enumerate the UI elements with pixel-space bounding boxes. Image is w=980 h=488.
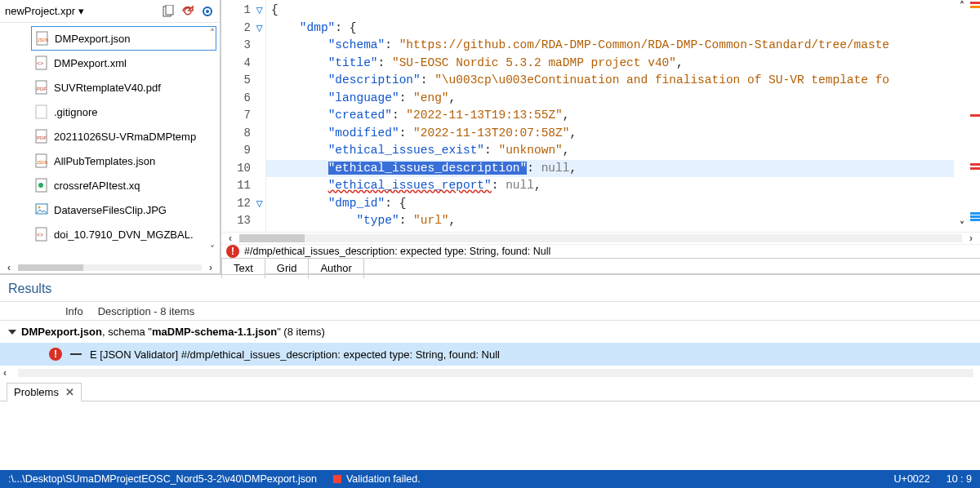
status-caret-pos: 10 : 9 xyxy=(947,473,972,485)
svg-text:<>: <> xyxy=(37,60,43,66)
xml-file-icon: <> xyxy=(34,227,49,242)
status-validation: Validation failed. xyxy=(346,473,421,485)
file-item[interactable]: PDFSUVRtemplateV40.pdf xyxy=(0,75,220,100)
status-path: :\...\Desktop\SUmaDMProjectEOSC_Nord5-3-… xyxy=(8,473,317,485)
file-label: DMPexport.xml xyxy=(54,57,127,69)
results-panel: Results InfoDescription - 8 items DMPexp… xyxy=(0,274,980,401)
file-item[interactable]: .gitignore xyxy=(0,100,220,124)
svg-rect-1 xyxy=(166,5,173,15)
error-icon: ! xyxy=(49,348,62,361)
status-bar: :\...\Desktop\SUmaDMProjectEOSC_Nord5-3-… xyxy=(0,470,980,488)
xml-file-icon: <> xyxy=(34,55,49,70)
project-sidebar: newProject.xpr ▾ JSONDMPexport.json<>DMP… xyxy=(0,0,220,273)
editor-panel: 1▽2▽3456789101112▽13 { "dmp": { "schema"… xyxy=(220,0,980,273)
svg-point-3 xyxy=(206,10,209,13)
svg-text:<>: <> xyxy=(37,232,43,237)
editor-hscroll[interactable]: ‹ › xyxy=(221,232,980,244)
file-label: crossrefAPItest.xq xyxy=(54,180,140,192)
status-codepoint: U+0022 xyxy=(894,473,930,485)
file-item[interactable]: <>DMPexport.xml xyxy=(0,51,220,75)
chevron-right-icon[interactable]: › xyxy=(965,233,977,244)
chevron-up-icon[interactable]: ˄ xyxy=(954,0,970,11)
svg-rect-10 xyxy=(36,105,47,118)
inline-error-text: #/dmp/ethical_issues_description: expect… xyxy=(244,246,550,257)
collapse-icon[interactable] xyxy=(8,330,16,335)
svg-text:JSON: JSON xyxy=(38,38,49,42)
refresh-icon[interactable] xyxy=(180,4,195,19)
file-label: doi_10.7910_DVN_MGZBAL. xyxy=(54,228,194,241)
file-label: 20211026SU-VRmaDMPtemp xyxy=(54,131,196,143)
copy-icon[interactable] xyxy=(161,4,176,19)
file-label: AllPubTemplates.json xyxy=(54,155,155,167)
project-header: newProject.xpr ▾ xyxy=(0,0,220,23)
results-hscroll[interactable]: ‹ xyxy=(0,366,980,380)
results-header: Results xyxy=(0,275,980,301)
chevron-down-icon[interactable]: ˅ xyxy=(210,244,215,255)
editor-vscroll[interactable]: ˄ ˅ xyxy=(954,0,970,232)
file-item[interactable]: <>doi_10.7910_DVN_MGZBAL. xyxy=(0,222,220,246)
file-item[interactable]: DataverseFilesClip.JPG xyxy=(0,197,220,222)
inline-error-bar: ! #/dmp/ethical_issues_description: expe… xyxy=(221,244,980,258)
sidebar-hscroll[interactable]: ‹ › xyxy=(0,262,220,273)
svg-point-16 xyxy=(38,183,43,188)
project-name[interactable]: newProject.xpr ▾ xyxy=(5,5,84,17)
marker-strip[interactable] xyxy=(970,0,980,232)
file-list: JSONDMPexport.json<>DMPexport.xmlPDFSUVR… xyxy=(0,23,220,262)
file-label: DMPexport.json xyxy=(55,33,130,45)
results-group-row[interactable]: DMPexport.json, schema "maDMP-schema-1.1… xyxy=(0,321,980,343)
chevron-up-icon[interactable]: ˄ xyxy=(210,28,215,39)
svg-text:PDF: PDF xyxy=(37,87,47,91)
json-file-icon: JSON xyxy=(35,31,50,46)
file-label: .gitignore xyxy=(54,106,97,118)
pdf-file-icon: PDF xyxy=(34,129,49,144)
minus-icon[interactable] xyxy=(70,353,82,355)
svg-text:JSON: JSON xyxy=(37,160,48,165)
svg-text:PDF: PDF xyxy=(37,135,47,140)
problems-tab[interactable]: Problems ✕ xyxy=(7,383,82,401)
json-file-icon: JSON xyxy=(34,153,49,168)
file-label: SUVRtemplateV40.pdf xyxy=(54,82,161,94)
file-label: DataverseFilesClip.JPG xyxy=(54,204,167,216)
gear-icon[interactable] xyxy=(200,4,215,19)
img-file-icon xyxy=(34,202,49,217)
file-item[interactable]: JSONAllPubTemplates.json xyxy=(0,149,220,173)
line-gutter: 1▽2▽3456789101112▽13 xyxy=(221,0,266,232)
results-tab[interactable]: Info xyxy=(65,305,83,317)
error-square-icon xyxy=(333,475,341,483)
svg-point-18 xyxy=(38,206,41,209)
results-tabs: InfoDescription - 8 items xyxy=(0,301,980,321)
results-error-row[interactable]: ! E [JSON Validator] #/dmp/ethical_issue… xyxy=(0,343,980,366)
blank-file-icon xyxy=(34,104,49,119)
xq-file-icon xyxy=(34,178,49,193)
file-item[interactable]: PDF20211026SU-VRmaDMPtemp xyxy=(0,124,220,149)
chevron-down-icon[interactable]: ˅ xyxy=(954,220,970,232)
chevron-right-icon[interactable]: › xyxy=(205,262,216,273)
chevron-left-icon[interactable]: ‹ xyxy=(225,233,236,244)
file-item[interactable]: JSONDMPexport.json xyxy=(31,26,216,51)
file-item[interactable]: crossrefAPItest.xq xyxy=(0,173,220,197)
chevron-left-icon[interactable]: ‹ xyxy=(3,367,15,379)
close-icon[interactable]: ✕ xyxy=(65,386,74,398)
error-icon: ! xyxy=(226,245,239,258)
code-editor[interactable]: { "dmp": { "schema": "https://github.com… xyxy=(266,0,954,232)
chevron-left-icon[interactable]: ‹ xyxy=(3,262,15,273)
results-tab[interactable]: Description - 8 items xyxy=(98,305,194,317)
pdf-file-icon: PDF xyxy=(34,80,49,95)
